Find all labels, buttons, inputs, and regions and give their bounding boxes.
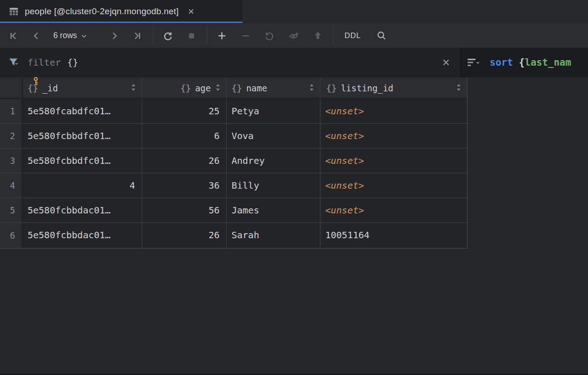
row-number[interactable]: 2	[0, 124, 23, 149]
sort-field-name: last_nam	[525, 57, 571, 68]
row-number[interactable]: 1	[0, 99, 23, 124]
cell-age[interactable]: 6	[142, 124, 227, 149]
sort-keyword: sort	[490, 57, 513, 68]
cell-listing-id[interactable]: <unset>	[321, 149, 467, 174]
cell-name[interactable]: Petya	[227, 99, 321, 124]
ddl-button[interactable]: DDL	[342, 29, 363, 42]
sort-open-brace: {	[519, 57, 525, 68]
grid-header-row: {} _id {}	[0, 78, 467, 99]
table-row: 5 5e580fcbbdac01… 56 James <unset>	[0, 198, 467, 223]
grid-toolbar: 6 rows	[0, 23, 588, 48]
grid-body: 1 5e580fcabdfc01… 25 Petya <unset> 2 5e5…	[0, 99, 467, 248]
stop-button[interactable]	[186, 30, 198, 42]
toolbar-separator	[153, 26, 153, 45]
filter-input[interactable]: filter {}	[0, 48, 460, 77]
cell-age[interactable]: 25	[142, 99, 227, 124]
submit-button[interactable]	[312, 30, 324, 42]
cell-listing-id[interactable]: <unset>	[321, 99, 467, 124]
cell-age[interactable]: 36	[142, 174, 227, 198]
column-header-name[interactable]: {} name	[227, 78, 321, 98]
row-number[interactable]: 5	[0, 198, 23, 223]
data-grid: {} _id {}	[0, 78, 468, 249]
column-label: listing_id	[341, 83, 393, 93]
last-page-button[interactable]	[131, 30, 143, 42]
tab-people[interactable]: people [@cluster0-2ejqn.mongodb.net]	[0, 0, 243, 23]
cell-id[interactable]: 5e580fcabdfc01…	[23, 99, 142, 124]
cell-age[interactable]: 26	[142, 223, 227, 248]
chevron-down-icon	[81, 34, 87, 38]
refresh-button[interactable]	[162, 30, 174, 42]
add-row-button[interactable]	[216, 30, 228, 42]
column-header-age[interactable]: {} age	[142, 78, 227, 98]
toolbar-separator	[333, 26, 334, 45]
column-label: age	[195, 83, 211, 93]
search-icon[interactable]	[376, 30, 388, 42]
previous-page-button[interactable]	[30, 30, 42, 42]
table-row: 1 5e580fcabdfc01… 25 Petya <unset>	[0, 99, 467, 124]
row-number[interactable]: 3	[0, 149, 23, 174]
cell-listing-id[interactable]: <unset>	[321, 174, 467, 198]
primary-key-icon	[33, 77, 40, 88]
sort-updown-icon	[131, 83, 136, 93]
cell-id[interactable]: 5e580fcbbdfc01…	[23, 149, 142, 174]
gutter-header[interactable]	[0, 78, 23, 98]
editor-tab-bar: people [@cluster0-2ejqn.mongodb.net]	[0, 0, 588, 23]
table-row: 6 5e580fcbbdac01… 26 Sarah 10051164	[0, 223, 467, 248]
sort-updown-icon	[309, 83, 314, 93]
filter-placeholder: filter	[28, 57, 61, 68]
next-page-button[interactable]	[108, 30, 120, 42]
filter-sort-bar: filter {} sort { last_nam	[0, 48, 588, 77]
cell-name[interactable]: James	[227, 198, 321, 223]
sort-updown-icon	[215, 83, 220, 93]
table-row: 3 5e580fcbbdfc01… 26 Andrey <unset>	[0, 149, 467, 174]
table-row: 2 5e580fcbbdfc01… 6 Vova <unset>	[0, 124, 467, 149]
page-size-selector[interactable]: 6 rows	[53, 29, 87, 42]
tab-close-icon[interactable]	[186, 6, 196, 17]
cell-name[interactable]: Billy	[227, 174, 321, 198]
filter-funnel-icon[interactable]	[7, 56, 21, 68]
cell-name[interactable]: Vova	[227, 124, 321, 149]
field-type-icon: {}	[181, 83, 191, 93]
cell-id[interactable]: 5e580fcbbdac01…	[23, 223, 142, 248]
column-header-id[interactable]: {} _id	[23, 78, 142, 98]
cell-listing-id[interactable]: 10051164	[321, 223, 467, 248]
toolbar-separator	[207, 26, 207, 45]
column-label: _id	[42, 83, 58, 93]
row-number[interactable]: 4	[0, 174, 23, 198]
cell-name[interactable]: Sarah	[227, 223, 321, 248]
cell-age[interactable]: 56	[142, 198, 227, 223]
cell-name[interactable]: Andrey	[227, 149, 321, 174]
column-header-listing-id[interactable]: {} listing_id	[321, 78, 467, 98]
app-window: people [@cluster0-2ejqn.mongodb.net] 6 r…	[0, 0, 588, 375]
revert-button[interactable]	[264, 30, 276, 42]
cell-id[interactable]: 4	[23, 174, 142, 198]
tab-title: people [@cluster0-2ejqn.mongodb.net]	[25, 6, 179, 17]
column-label: name	[246, 83, 267, 93]
cell-age[interactable]: 26	[142, 149, 227, 174]
sort-lines-icon[interactable]	[467, 57, 481, 68]
row-number[interactable]: 6	[0, 223, 23, 248]
cell-id[interactable]: 5e580fcbbdfc01…	[23, 124, 142, 149]
clear-filter-icon[interactable]	[440, 56, 452, 70]
sort-input[interactable]: sort { last_nam	[461, 48, 588, 77]
table-grid-icon	[8, 6, 19, 17]
page-size-label: 6 rows	[53, 31, 77, 40]
field-type-icon: {}	[232, 83, 242, 93]
cell-id[interactable]: 5e580fcbbdac01…	[23, 198, 142, 223]
sort-updown-icon	[456, 83, 461, 93]
table-row: 4 4 36 Billy <unset>	[0, 174, 467, 198]
cell-listing-id[interactable]: <unset>	[321, 198, 467, 223]
preview-changes-button[interactable]	[288, 30, 300, 42]
cell-listing-id[interactable]: <unset>	[321, 124, 467, 149]
delete-row-button[interactable]	[240, 30, 252, 42]
filter-value: {}	[67, 57, 78, 68]
first-page-button[interactable]	[7, 30, 19, 42]
field-type-icon: {}	[326, 83, 337, 93]
